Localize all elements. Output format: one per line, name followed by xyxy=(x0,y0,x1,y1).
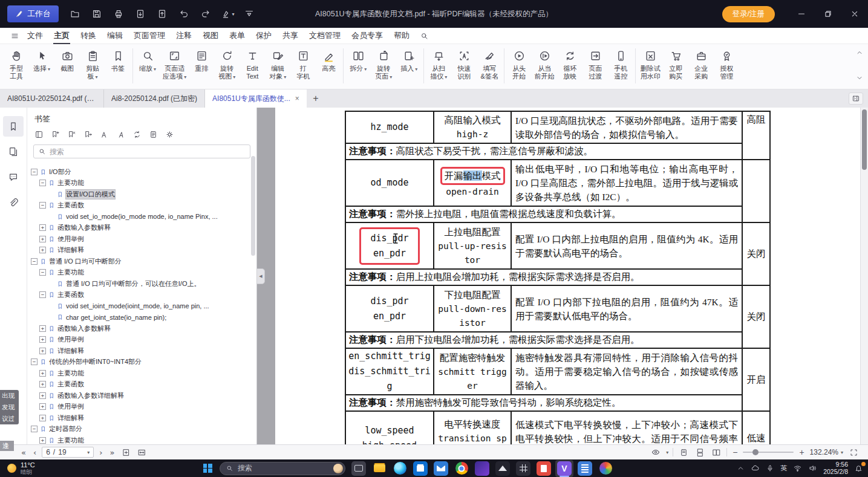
taskbar-app-purple-app[interactable] xyxy=(473,460,491,477)
bookmarks-panel-button[interactable] xyxy=(3,116,24,137)
bookmark-item[interactable]: +函数输入参数解释 xyxy=(27,222,256,234)
expand-icon[interactable]: + xyxy=(39,247,46,253)
print-icon[interactable] xyxy=(111,6,126,22)
menu-item-会员专享[interactable]: 会员专享 xyxy=(346,28,388,44)
cell-status[interactable]: 开启 xyxy=(742,348,770,411)
collapse-icon[interactable]: − xyxy=(39,291,46,298)
cell-mode-name[interactable]: 开漏输出模式open-drain xyxy=(434,160,511,206)
cell-description[interactable]: I/O 口呈现高阻抗状态，不驱动外部电路。适用于需要读取外部信号的场合，如模拟信… xyxy=(511,111,742,143)
reflow-tool[interactable]: 重排 xyxy=(189,47,214,85)
split-tool[interactable]: 拆分 xyxy=(345,47,371,85)
cell-mode-name[interactable]: 配置施密特触发schmitt trigger xyxy=(434,348,511,395)
scrollbar-thumb[interactable] xyxy=(862,109,867,170)
taskbar-app-red-app[interactable] xyxy=(535,460,553,477)
taskbar-app-foxit-pdf-editor[interactable] xyxy=(555,460,573,477)
menu-item-主页[interactable]: 主页 xyxy=(48,28,75,44)
cell-mode-name[interactable]: 高阻输入模式high-z xyxy=(434,111,511,143)
tab-close-icon[interactable]: × xyxy=(295,94,299,103)
cell-description[interactable]: 配置 I/O 口内部上拉电阻的启用，阻值约为 4K。适用于需要默认高电平的场合。 xyxy=(511,222,742,269)
collapse-icon[interactable]: − xyxy=(31,426,38,432)
share-icon[interactable] xyxy=(154,6,170,22)
rename-bookmark-icon[interactable] xyxy=(99,129,109,140)
attachments-button[interactable] xyxy=(3,192,24,213)
taskbar-app-calculator[interactable] xyxy=(514,460,532,477)
bookmark-search-box[interactable] xyxy=(33,144,250,158)
expand-icon[interactable]: + xyxy=(39,370,46,377)
bookmark-item[interactable]: −传统的外部中断INT0~INT4部分 xyxy=(27,357,256,368)
sync-bookmark-icon[interactable] xyxy=(131,129,142,140)
typewriter-tool[interactable]: 打 字机 xyxy=(290,47,316,85)
phone-remote-tool[interactable]: 手机 遥控 xyxy=(608,47,633,85)
export-pdf-icon[interactable] xyxy=(132,6,148,22)
customize-toolbar-icon[interactable] xyxy=(241,6,257,22)
zoom-level[interactable]: 132.24% ▾ xyxy=(810,448,843,456)
demote-bookmark-icon[interactable] xyxy=(82,129,93,140)
clipboard-tool[interactable]: 剪贴 板 xyxy=(80,47,105,85)
microphone-icon[interactable] xyxy=(766,464,774,473)
expand-panel-icon[interactable] xyxy=(33,129,44,140)
cell-status[interactable]: 低速 xyxy=(742,411,770,444)
edit-object-tool[interactable]: 编辑 对象 xyxy=(265,47,290,85)
cell-note[interactable]: 注意事项：启用上拉电阻会增加功耗，需根据实际需求选择是否启用。 xyxy=(345,269,742,285)
zoom-dropdown-icon[interactable]: ▾ xyxy=(841,450,843,455)
menu-item-帮助[interactable]: 帮助 xyxy=(388,28,415,44)
cell-function-name[interactable]: hz_mode xyxy=(345,111,434,143)
redo-icon[interactable] xyxy=(198,6,214,22)
login-register-button[interactable]: 登录/注册 xyxy=(722,6,775,22)
expand-icon[interactable]: + xyxy=(39,325,46,332)
facing-view-icon[interactable] xyxy=(710,447,722,458)
expand-icon[interactable]: + xyxy=(39,403,46,410)
bookmark-item[interactable]: 设置I/O口的模式 xyxy=(27,189,256,200)
bookmark-item[interactable]: +使用举例 xyxy=(27,233,256,245)
menu-item-文档管理[interactable]: 文档管理 xyxy=(304,28,346,44)
menu-item-保护[interactable]: 保护 xyxy=(250,28,277,44)
zoom-slider-knob[interactable] xyxy=(752,449,759,455)
menu-item-编辑[interactable]: 编辑 xyxy=(102,28,128,44)
cell-note[interactable]: 注意事项：需外接上拉电阻，电阻值需根据总线速度和负载计算。 xyxy=(345,206,742,222)
bookmark-item[interactable]: void set_ioint_mode(ioint_mode, io_name … xyxy=(27,300,256,312)
comments-button[interactable] xyxy=(3,167,24,187)
collapse-icon[interactable]: − xyxy=(31,359,38,365)
cell-note[interactable]: 注意事项：高阻状态下易受干扰，需注意信号屏蔽和滤波。 xyxy=(345,143,742,160)
document-tab-1[interactable]: AI8051U-20250124.pdf (已... xyxy=(0,89,104,108)
bookmark-item[interactable]: −主要功能 xyxy=(27,178,256,189)
annotation-red-box[interactable]: 开漏输出模式 xyxy=(440,167,505,185)
cell-mode-name[interactable]: 电平转换速度transition speed xyxy=(434,411,511,444)
goto-page-icon[interactable] xyxy=(148,129,158,140)
expand-icon[interactable]: + xyxy=(39,381,46,388)
bookmark-item[interactable]: −普通 I/O 口均可中断部分 xyxy=(27,256,256,267)
zoom-out-button[interactable]: − xyxy=(731,447,739,457)
page-number-box[interactable]: 6 / 19 ▾ xyxy=(42,447,94,458)
save-icon[interactable] xyxy=(89,6,105,22)
restore-button[interactable] xyxy=(815,0,841,28)
bookmark-item[interactable]: +主要功能 xyxy=(27,368,256,379)
bookmark-item[interactable]: 普通 I/O 口均可中断部分，可以在任意I/O上。 xyxy=(27,278,256,290)
fullscreen-icon[interactable] xyxy=(847,447,860,458)
cell-function-name[interactable]: low_speed high_speed xyxy=(345,411,434,444)
bookmark-item[interactable]: −定时器部分 xyxy=(27,424,256,435)
bookmark-item[interactable]: +函数输入参数解释 xyxy=(27,323,256,334)
hand-tool[interactable]: 手型 工具 xyxy=(4,47,29,85)
cell-status[interactable]: 关闭 xyxy=(742,222,770,285)
cell-status[interactable]: 关闭 xyxy=(742,285,770,348)
expand-icon[interactable]: + xyxy=(39,348,46,354)
page-fit-tool[interactable]: 页面适 应选项 xyxy=(160,47,189,85)
prev-page-button[interactable]: ‹ xyxy=(31,448,38,457)
menu-item-表单[interactable]: 表单 xyxy=(224,28,250,44)
cell-description[interactable]: 配置 I/O 口内部下拉电阻的启用，阻值约为 47K。适用于需要默认低电平的场合… xyxy=(511,285,742,332)
first-page-button[interactable]: « xyxy=(19,448,28,457)
cell-function-name[interactable]: dis_pdr en_pdr xyxy=(345,222,434,269)
read-mode-icon[interactable] xyxy=(650,447,662,458)
cell-mode-name[interactable]: 上拉电阻配置pull-up-resistor xyxy=(434,222,511,269)
toolbar-scroll-down-icon[interactable] xyxy=(856,74,863,82)
fit-page-icon[interactable] xyxy=(120,447,132,458)
bookmark-item[interactable]: +主要函数 xyxy=(27,379,256,391)
taskbar-app-edge-browser[interactable] xyxy=(391,460,409,477)
rotate-view-tool[interactable]: 旋转 视图 xyxy=(214,47,240,85)
bookmark-item[interactable]: −I/O部分 xyxy=(27,166,256,178)
new-tab-button[interactable]: + xyxy=(307,89,325,108)
panel-scrollbar[interactable] xyxy=(251,156,255,256)
ime-indicator[interactable]: 英 xyxy=(780,464,787,473)
play-from-current-tool[interactable]: 从当 前开始 xyxy=(532,47,557,85)
from-scanner-tool[interactable]: 从扫 描仪 xyxy=(426,47,451,85)
